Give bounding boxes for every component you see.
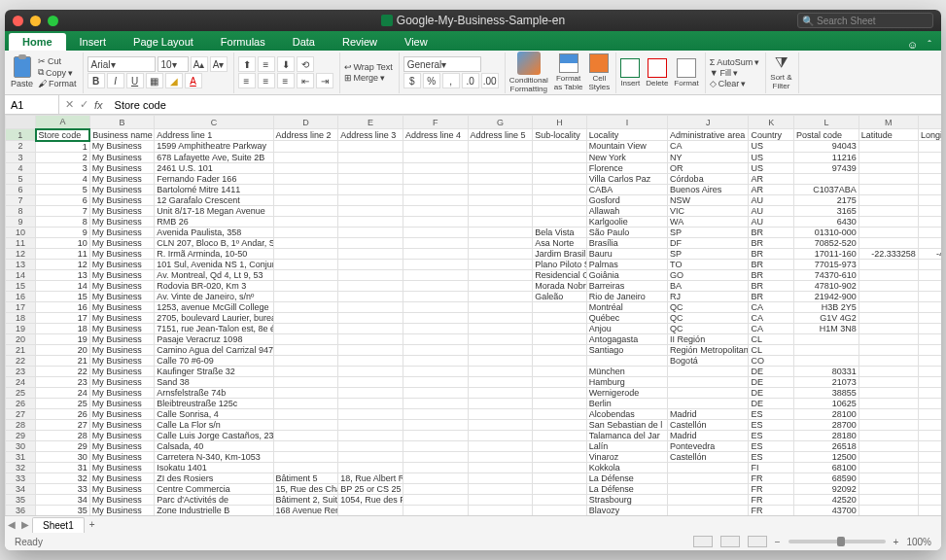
cell[interactable] [858,483,918,494]
cell[interactable]: ES [749,419,794,430]
col-header[interactable]: G [468,116,533,129]
cell[interactable]: 80331 [794,366,859,376]
col-header[interactable]: L [794,116,859,129]
cell[interactable]: My Business [89,173,155,184]
cell[interactable] [403,162,468,173]
cell[interactable] [403,366,468,376]
cell[interactable] [533,440,587,451]
cell[interactable]: La Défense [586,472,667,483]
cell[interactable] [533,141,587,153]
cell[interactable] [918,355,941,366]
cell[interactable]: Galeão [533,291,587,301]
cell[interactable]: 6430 [794,216,859,227]
cell[interactable]: Bogotá [668,355,749,366]
cell[interactable] [338,398,403,408]
cell[interactable] [468,312,533,323]
cell[interactable]: H3B 2Y5 [794,301,859,312]
tab-data[interactable]: Data [279,33,329,51]
cell[interactable] [468,344,533,355]
cell[interactable]: 10 [36,237,90,248]
cell[interactable]: H1M 3N8 [794,323,859,333]
cell[interactable]: My Business [89,451,155,462]
row-header[interactable]: 35 [6,494,36,505]
cell[interactable]: 68100 [794,462,859,472]
cell[interactable] [273,430,338,440]
format-painter-button[interactable]: 🖌 Format [38,79,77,88]
cell[interactable] [338,366,403,376]
cell[interactable]: AU [749,216,794,227]
cell[interactable]: TO [668,259,749,269]
cell[interactable] [858,366,918,376]
cell[interactable]: 42520 [794,494,859,505]
sheet-nav-right-icon[interactable]: ▶ [18,519,32,530]
cell[interactable] [468,248,533,259]
cell[interactable]: 20 [36,344,90,355]
delete-button[interactable]: Delete [646,58,668,88]
cell[interactable]: Wernigerode [586,387,667,398]
cell[interactable]: WA [668,216,749,227]
cell[interactable]: 2175 [794,194,859,205]
cell[interactable]: My Business [89,291,155,301]
cell[interactable]: My Business [89,237,155,248]
cell[interactable]: 25 [36,398,90,408]
tab-insert[interactable]: Insert [66,33,121,51]
cell[interactable] [533,301,587,312]
cell[interactable]: My Business [89,494,155,505]
cell[interactable] [468,333,533,344]
cell[interactable]: CL [749,344,794,355]
align-center-icon[interactable]: ≡ [258,73,275,88]
cell[interactable]: Plano Piloto Sul [533,259,587,269]
cell[interactable]: 01310-000 [794,227,859,237]
cell[interactable] [403,440,468,451]
cell[interactable]: 12 [36,259,90,269]
cell[interactable]: Latitude [858,129,918,141]
cell[interactable] [468,269,533,280]
cell[interactable]: CA [749,312,794,323]
cell[interactable] [403,323,468,333]
cell[interactable] [858,419,918,430]
cell[interactable]: 26 [36,408,90,419]
row-header[interactable]: 1 [6,129,36,141]
sheet-tab[interactable]: Sheet1 [32,517,85,533]
cell[interactable]: 97439 [794,162,859,173]
cell[interactable]: 22 [36,366,90,376]
cell[interactable] [794,355,859,366]
cell[interactable]: 18 [36,323,90,333]
cell[interactable]: AU [749,205,794,216]
cell[interactable]: My Business [89,440,155,451]
row-header[interactable]: 34 [6,483,36,494]
cell[interactable]: Strasbourg [586,494,667,505]
cell[interactable]: Québec [586,312,667,323]
cell[interactable]: 17011-160 [794,248,859,259]
tab-home[interactable]: Home [9,33,66,51]
cell[interactable] [468,419,533,430]
cell[interactable] [338,408,403,419]
cell[interactable]: 38855 [794,387,859,398]
cell[interactable]: My Business [89,398,155,408]
cell[interactable] [403,227,468,237]
row-header[interactable]: 26 [6,398,36,408]
cell[interactable]: Villa Carlos Paz [586,173,667,184]
confirm-icon[interactable]: ✓ [80,98,88,111]
cell[interactable]: 7 [36,205,90,216]
cell[interactable] [338,451,403,462]
cell[interactable] [273,269,338,280]
cell[interactable] [858,323,918,333]
cell[interactable] [468,162,533,173]
cell[interactable] [533,472,587,483]
cell[interactable]: Castellón [668,419,749,430]
cell[interactable] [338,355,403,366]
autosum-button[interactable]: Σ AutoSum ▾ [710,57,760,67]
cell[interactable] [403,494,468,505]
cell[interactable] [273,462,338,472]
cell[interactable] [858,355,918,366]
cell[interactable]: Blavozy [586,505,667,515]
cell[interactable] [918,323,941,333]
formula-input[interactable]: Store code [109,99,941,111]
cell[interactable] [918,312,941,323]
cell[interactable]: Store code [36,129,90,141]
cell[interactable]: QC [668,323,749,333]
number-format-select[interactable]: General ▾ [403,56,481,72]
cell[interactable] [918,419,941,430]
cell[interactable] [918,184,941,194]
